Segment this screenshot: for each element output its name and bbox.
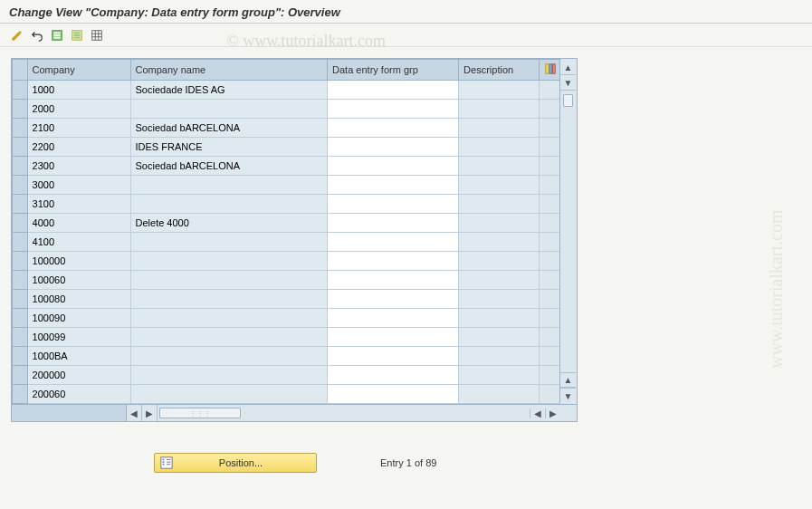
- cell-description[interactable]: [459, 328, 540, 347]
- cell-form-grp[interactable]: [328, 176, 459, 195]
- cell-company-name[interactable]: [130, 252, 328, 271]
- undo-icon[interactable]: [29, 27, 45, 43]
- row-selector[interactable]: [13, 195, 28, 214]
- company-input[interactable]: [28, 271, 130, 289]
- cell-company[interactable]: [27, 119, 130, 138]
- cell-form-grp[interactable]: [328, 100, 459, 119]
- company-input[interactable]: [28, 214, 130, 232]
- description-input[interactable]: [459, 385, 539, 403]
- company-name-input[interactable]: [131, 81, 328, 99]
- cell-company-name[interactable]: [130, 157, 328, 176]
- company-input[interactable]: [28, 119, 130, 137]
- scroll-down-icon[interactable]: ▼: [560, 388, 576, 403]
- vertical-scrollbar[interactable]: ▲ ▼ ▲ ▼: [559, 60, 576, 403]
- cell-form-grp[interactable]: [328, 290, 459, 309]
- cell-description[interactable]: [459, 271, 540, 290]
- row-selector[interactable]: [13, 366, 28, 385]
- row-selector[interactable]: [13, 309, 28, 328]
- description-input[interactable]: [459, 309, 539, 327]
- cell-description[interactable]: [459, 290, 540, 309]
- scroll-right-step-icon[interactable]: ▶: [142, 405, 158, 421]
- scroll-up-step-icon[interactable]: ▲: [560, 372, 576, 388]
- company-name-input[interactable]: [131, 385, 328, 403]
- cell-description[interactable]: [459, 233, 540, 252]
- row-selector[interactable]: [13, 290, 28, 309]
- cell-form-grp[interactable]: [328, 81, 459, 100]
- cell-company-name[interactable]: [130, 347, 328, 366]
- description-input[interactable]: [459, 157, 539, 175]
- cell-form-grp[interactable]: [328, 233, 459, 252]
- cell-form-grp[interactable]: [328, 138, 459, 157]
- row-selector[interactable]: [13, 119, 28, 138]
- cell-description[interactable]: [459, 252, 540, 271]
- cell-form-grp[interactable]: [328, 385, 459, 404]
- form-grp-input[interactable]: [328, 214, 458, 232]
- cell-company-name[interactable]: [130, 100, 328, 119]
- cell-description[interactable]: [459, 214, 540, 233]
- form-grp-input[interactable]: [328, 290, 458, 308]
- company-name-input[interactable]: [131, 366, 328, 384]
- description-input[interactable]: [459, 138, 539, 156]
- cell-form-grp[interactable]: [328, 214, 459, 233]
- company-name-input[interactable]: [131, 157, 328, 175]
- cell-description[interactable]: [459, 195, 540, 214]
- form-grp-input[interactable]: [328, 366, 458, 384]
- cell-company[interactable]: [27, 271, 130, 290]
- cell-description[interactable]: [459, 157, 540, 176]
- hscroll-track[interactable]: ⋮⋮⋮: [158, 405, 530, 421]
- row-selector[interactable]: [13, 81, 28, 100]
- cell-description[interactable]: [459, 309, 540, 328]
- row-selector[interactable]: [13, 233, 28, 252]
- form-grp-input[interactable]: [328, 252, 458, 270]
- cell-form-grp[interactable]: [328, 366, 459, 385]
- cell-company-name[interactable]: [130, 81, 328, 100]
- cell-form-grp[interactable]: [328, 347, 459, 366]
- cell-company-name[interactable]: [130, 290, 328, 309]
- scroll-left-icon[interactable]: ◀: [127, 405, 142, 421]
- cell-company[interactable]: [27, 290, 130, 309]
- company-name-input[interactable]: [131, 138, 328, 156]
- cell-company-name[interactable]: [130, 366, 328, 385]
- description-input[interactable]: [459, 252, 539, 270]
- row-selector[interactable]: [13, 157, 28, 176]
- description-input[interactable]: [459, 214, 539, 232]
- cell-description[interactable]: [459, 176, 540, 195]
- row-selector-header[interactable]: [13, 60, 28, 81]
- cell-company-name[interactable]: [130, 119, 328, 138]
- description-input[interactable]: [459, 81, 539, 99]
- company-name-input[interactable]: [131, 195, 328, 213]
- select-all-icon[interactable]: [49, 27, 65, 43]
- cell-company[interactable]: [27, 195, 130, 214]
- horizontal-scrollbar[interactable]: ◀ ▶ ⋮⋮⋮ ◀ ▶: [12, 404, 577, 421]
- col-header-company-name[interactable]: Company name: [130, 60, 328, 81]
- form-grp-input[interactable]: [328, 328, 458, 346]
- hscroll-thumb[interactable]: ⋮⋮⋮: [159, 408, 241, 418]
- cell-description[interactable]: [459, 366, 540, 385]
- position-button[interactable]: Position...: [154, 453, 317, 473]
- company-input[interactable]: [28, 252, 130, 270]
- company-input[interactable]: [28, 138, 130, 156]
- cell-description[interactable]: [459, 385, 540, 404]
- cell-company[interactable]: [27, 252, 130, 271]
- row-selector[interactable]: [13, 271, 28, 290]
- company-name-input[interactable]: [131, 176, 328, 194]
- cell-form-grp[interactable]: [328, 252, 459, 271]
- row-selector[interactable]: [13, 385, 28, 404]
- company-name-input[interactable]: [131, 271, 328, 289]
- scroll-left-step-icon[interactable]: ◀: [530, 408, 545, 418]
- company-name-input[interactable]: [131, 119, 328, 137]
- cell-form-grp[interactable]: [328, 271, 459, 290]
- row-selector[interactable]: [13, 214, 28, 233]
- description-input[interactable]: [459, 366, 539, 384]
- company-name-input[interactable]: [131, 233, 328, 251]
- description-input[interactable]: [459, 347, 539, 365]
- cell-company-name[interactable]: [130, 233, 328, 252]
- cell-company-name[interactable]: [130, 385, 328, 404]
- cell-company-name[interactable]: [130, 195, 328, 214]
- cell-form-grp[interactable]: [328, 119, 459, 138]
- cell-description[interactable]: [459, 100, 540, 119]
- company-input[interactable]: [28, 366, 130, 384]
- company-name-input[interactable]: [131, 328, 328, 346]
- configure-columns-icon[interactable]: [540, 60, 560, 81]
- row-selector[interactable]: [13, 252, 28, 271]
